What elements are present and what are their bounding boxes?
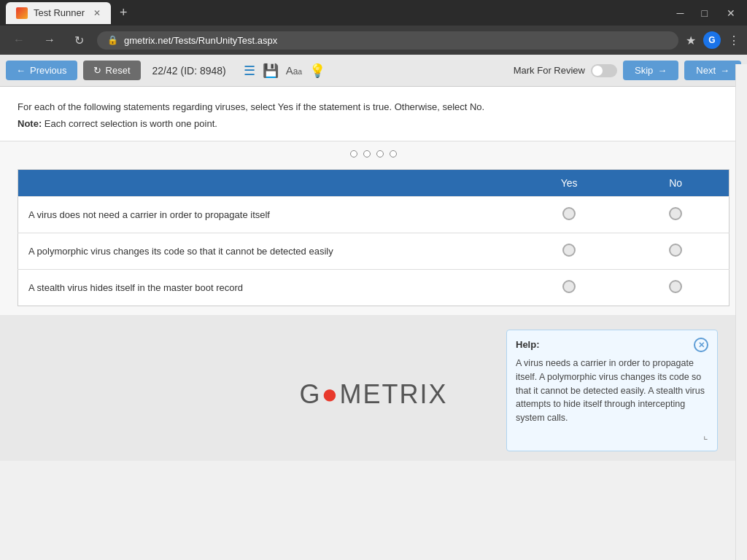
tab-strip: Test Runner ✕ + [6, 2, 667, 24]
next-arrow-icon: → [720, 65, 729, 76]
tab-close-button[interactable]: ✕ [93, 8, 101, 18]
hint-icon[interactable]: 💡 [309, 63, 325, 79]
statement-2: A polymorphic virus changes its code so … [18, 233, 516, 270]
table-no-header: No [622, 170, 729, 197]
radio-button-yes-2[interactable] [562, 244, 576, 257]
radio-yes-3[interactable] [516, 270, 622, 306]
minimize-button[interactable]: ─ [673, 6, 689, 20]
forward-button[interactable]: → [38, 31, 61, 50]
scrollbar[interactable] [735, 64, 747, 560]
note-body: Each correct selection is worth one poin… [44, 118, 217, 129]
radio-button-yes-3[interactable] [562, 280, 576, 293]
table-header-row: Yes No [18, 170, 729, 197]
lock-icon: 🔒 [107, 35, 118, 45]
new-tab-button[interactable]: + [115, 4, 132, 22]
reset-button[interactable]: ↻ Reset [83, 61, 141, 80]
window-controls: ─ □ ✕ [673, 6, 741, 20]
table-row: A stealth virus hides itself in the mast… [18, 270, 729, 306]
mark-review-area: Mark For Review [514, 64, 617, 77]
tab-favicon [16, 7, 28, 19]
help-header: Help: ✕ [516, 338, 708, 352]
address-input[interactable]: 🔒 gmetrix.net/Tests/RunUnityTest.aspx [97, 31, 678, 50]
maximize-button[interactable]: □ [697, 6, 712, 20]
reset-icon: ↻ [93, 65, 101, 76]
progress-dot-1 [350, 150, 357, 158]
statement-1: A virus does not need a carrier in order… [18, 197, 516, 233]
browser-menu-button[interactable]: ⋮ [728, 34, 740, 47]
toggle-knob [592, 66, 603, 76]
radio-yes-2[interactable] [516, 233, 622, 270]
back-button[interactable]: ← [7, 31, 31, 50]
radio-no-1[interactable] [622, 197, 729, 233]
table-empty-header [18, 170, 516, 197]
next-button[interactable]: Next → [684, 61, 741, 80]
skip-label: Skip [635, 65, 653, 76]
save-icon[interactable]: 💾 [263, 63, 279, 79]
radio-yes-1[interactable] [516, 197, 622, 233]
progress-dot-4 [390, 150, 397, 158]
logo-dot: ● [322, 378, 340, 409]
radio-no-2[interactable] [622, 233, 729, 270]
lower-section: G●METRIX Help: ✕ A virus needs a carrier… [0, 315, 747, 461]
progress-dot-3 [376, 150, 384, 158]
radio-button-no-1[interactable] [669, 207, 682, 220]
help-resize-handle[interactable]: ⌞ [516, 428, 708, 443]
instructions-area: For each of the following statements reg… [0, 87, 747, 141]
statement-3: A stealth virus hides itself in the mast… [18, 270, 516, 306]
previous-button[interactable]: ← Previous [6, 61, 77, 80]
reset-label: Reset [106, 65, 131, 76]
question-toolbar: ← Previous ↻ Reset 22/42 (ID: 8948) ☰ 💾 … [0, 55, 747, 87]
active-tab[interactable]: Test Runner ✕ [6, 2, 111, 24]
skip-arrow-icon: → [657, 65, 667, 76]
help-close-button[interactable]: ✕ [694, 338, 708, 352]
radio-button-yes-1[interactable] [562, 207, 576, 220]
google-account-avatar[interactable]: G [703, 31, 721, 49]
font-size-icon[interactable]: Aaa [286, 64, 302, 77]
title-bar: Test Runner ✕ + ─ □ ✕ [0, 0, 747, 26]
next-label: Next [696, 65, 716, 76]
prev-arrow-icon: ← [16, 65, 26, 76]
radio-button-no-2[interactable] [669, 244, 682, 257]
note-text: Note: Each correct selection is worth on… [18, 118, 729, 129]
table-yes-header: Yes [516, 170, 622, 197]
note-prefix: Note: [18, 118, 42, 129]
toolbar-icons: ☰ 💾 Aaa 💡 [244, 63, 325, 79]
logo-g: G [300, 379, 322, 409]
refresh-button[interactable]: ↻ [69, 31, 90, 50]
bookmark-button[interactable]: ★ [686, 34, 696, 47]
prev-label: Previous [30, 65, 67, 76]
radio-no-3[interactable] [622, 270, 729, 306]
logo-metrix: METRIX [339, 379, 447, 409]
gmetrix-logo: G●METRIX [300, 378, 448, 410]
table-row: A polymorphic virus changes its code so … [18, 233, 729, 270]
mark-review-label: Mark For Review [514, 65, 585, 76]
list-icon[interactable]: ☰ [244, 63, 255, 79]
radio-button-no-3[interactable] [669, 280, 682, 293]
close-button[interactable]: ✕ [721, 6, 741, 20]
url-text: gmetrix.net/Tests/RunUnityTest.aspx [124, 35, 277, 46]
help-box: Help: ✕ A virus needs a carrier in order… [506, 330, 718, 451]
instruction-text: For each of the following statements reg… [18, 101, 729, 112]
help-text: A virus needs a carrier in order to prop… [516, 358, 705, 423]
answer-table: Yes No A virus does not need a carrier i… [18, 169, 729, 306]
question-number: 22/42 (ID: 8948) [152, 65, 226, 77]
progress-dots [350, 150, 397, 158]
skip-button[interactable]: Skip → [623, 61, 678, 80]
help-title: Help: [516, 338, 540, 352]
question-section: Yes No A virus does not need a carrier i… [0, 141, 747, 315]
progress-dot-2 [363, 150, 371, 158]
address-bar: ← → ↻ 🔒 gmetrix.net/Tests/RunUnityTest.a… [0, 26, 747, 55]
tab-title: Test Runner [34, 7, 85, 18]
mark-review-toggle[interactable] [591, 64, 617, 77]
table-row: A virus does not need a carrier in order… [18, 197, 729, 233]
